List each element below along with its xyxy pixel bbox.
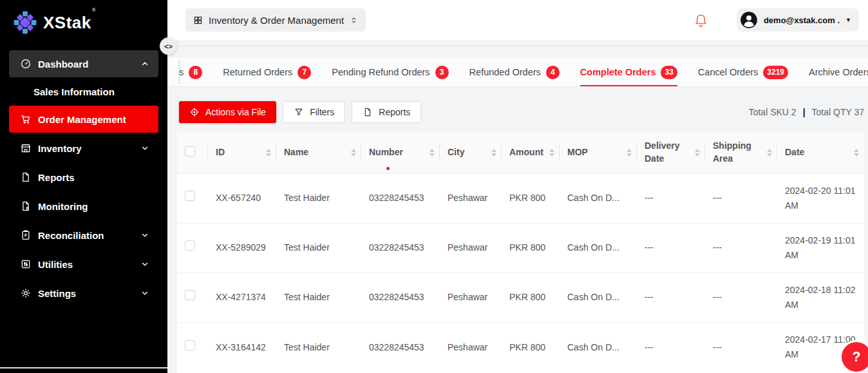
column-header-shipping-area[interactable]: Shipping Area: [705, 132, 777, 173]
toolbar-buttons: Actions via File Filters Reports: [179, 101, 421, 123]
actions-via-file-button[interactable]: Actions via File: [179, 101, 276, 123]
sort-icon[interactable]: [351, 149, 356, 157]
table-toolbar: Actions via File Filters Reports: [179, 101, 864, 123]
tab-pending-refund-orders[interactable]: Pending Refund Orders 3: [332, 58, 448, 86]
sidebar-item-label: Sales Information: [33, 86, 149, 97]
help-question-label: ?: [852, 349, 860, 365]
tab-archive-orders[interactable]: Archive Orders 14: [809, 58, 868, 86]
sidebar-item-reconciliation[interactable]: Reconciliation: [9, 222, 158, 249]
cell-shipping-area: ---: [705, 223, 777, 273]
row-checkbox[interactable]: [185, 340, 195, 350]
sidebar-item-sales-information[interactable]: Sales Information: [9, 79, 158, 104]
tab-label: Returned Orders: [223, 67, 292, 77]
tab-count-badge: 4: [546, 66, 560, 79]
chevron-down-icon: [140, 289, 149, 298]
tab-returned-orders[interactable]: Returned Orders 7: [223, 58, 311, 86]
cell-mop: Cash On D...: [560, 322, 637, 372]
cell-mop: Cash On D...: [560, 223, 637, 273]
total-qty: Total QTY 37: [812, 107, 864, 117]
sort-icon[interactable]: [491, 149, 496, 157]
column-header-amount[interactable]: Amount: [502, 132, 560, 173]
chevron-up-icon: [140, 59, 149, 68]
cell-name: Test Haider: [276, 173, 361, 223]
cell-number: 03228245453: [361, 173, 440, 223]
cart-icon: [20, 113, 32, 125]
cell-mop: Cash On D...: [560, 173, 637, 223]
sidebar-item-dashboard[interactable]: Dashboard: [9, 50, 158, 77]
registered-mark: ®: [92, 7, 96, 13]
filters-button[interactable]: Filters: [283, 101, 345, 123]
tab-label: Cancel Orders: [698, 67, 758, 77]
cell-select: [177, 273, 208, 322]
column-header-name[interactable]: Name: [276, 132, 361, 173]
tab-complete-orders[interactable]: Complete Orders 33: [580, 58, 677, 86]
order-tabs: s 8 Returned Orders 7 Pending Refund Ord…: [179, 58, 868, 86]
table-row[interactable]: XX-657240 Test Haider 03228245453 Peshaw…: [177, 173, 864, 223]
sidebar-item-label: Inventory: [38, 143, 134, 154]
dashboard-gauge-icon: [20, 58, 32, 70]
sort-icon[interactable]: [627, 149, 632, 157]
cell-date: 2024-02-18 11:02 AM: [777, 273, 864, 322]
tab-label: Pending Refund Orders: [332, 67, 429, 77]
cell-city: Peshawar: [440, 273, 502, 322]
column-header-city[interactable]: City: [440, 132, 502, 173]
row-checkbox[interactable]: [185, 191, 195, 201]
sidebar-item-inventory[interactable]: Inventory: [9, 135, 158, 162]
sidebar-item-monitoring[interactable]: Monitoring: [9, 193, 158, 220]
sort-icon[interactable]: [266, 149, 271, 157]
collapse-toggle-icon: <>: [164, 43, 173, 50]
sliders-icon: [20, 258, 32, 270]
column-header-number[interactable]: Number: [361, 132, 440, 173]
cell-id: XX-3164142: [208, 322, 276, 372]
tab-partial-orders[interactable]: s 8: [179, 58, 202, 86]
sort-icon[interactable]: [854, 149, 859, 157]
table-row[interactable]: XX-4271374 Test Haider 03228245453 Pesha…: [177, 273, 864, 322]
sidebar-item-settings[interactable]: Settings: [9, 280, 158, 307]
gear-icon: [20, 287, 32, 299]
sidebar-item-label: Reports: [38, 172, 149, 183]
sidebar-item-order-management[interactable]: Order Management: [9, 106, 158, 133]
sidebar: XStak® Dashboard Sales Information: [0, 0, 167, 373]
user-menu[interactable]: demo@xstak.com . ▼: [737, 8, 859, 32]
sidebar-item-utilities[interactable]: Utilities: [9, 251, 158, 278]
row-checkbox[interactable]: [185, 290, 195, 300]
sidebar-item-reports[interactable]: Reports: [9, 164, 158, 191]
app-switcher-button[interactable]: Inventory & Order Management: [185, 8, 366, 32]
cell-delivery-date: ---: [637, 322, 705, 372]
filters-label: Filters: [310, 107, 334, 117]
help-button[interactable]: ?: [840, 340, 868, 373]
select-all-checkbox[interactable]: [185, 146, 195, 157]
sidebar-collapse-toggle[interactable]: <>: [160, 37, 177, 55]
topbar: Inventory & Order Management: [167, 0, 868, 40]
sort-icon[interactable]: [695, 149, 700, 157]
column-header-id[interactable]: ID: [208, 132, 276, 173]
reports-button[interactable]: Reports: [352, 101, 421, 123]
sort-icon[interactable]: [767, 149, 772, 157]
notification-bell-icon[interactable]: [693, 13, 708, 28]
column-header-delivery-date[interactable]: Delivery Date: [637, 132, 705, 173]
sidebar-item-label: Settings: [38, 288, 134, 299]
brand: XStak®: [0, 0, 167, 35]
sidebar-nav: Dashboard Sales Information Order Manage…: [0, 50, 167, 307]
sort-icon[interactable]: [549, 149, 554, 157]
tab-count-badge: 7: [297, 66, 311, 79]
tab-label: Refunded Orders: [469, 67, 541, 77]
cell-number: 03228245453: [361, 223, 440, 273]
sort-icon[interactable]: [429, 149, 435, 157]
column-header-mop[interactable]: MOP: [560, 132, 637, 173]
table-row[interactable]: XX-3164142 Test Haider 03228245453 Pesha…: [177, 322, 864, 372]
tab-refunded-orders[interactable]: Refunded Orders 4: [469, 58, 560, 86]
cell-city: Peshawar: [440, 322, 502, 372]
number-column-indicator-dot: [386, 167, 390, 170]
cell-name: Test Haider: [276, 273, 361, 322]
column-header-date[interactable]: Date: [777, 132, 864, 173]
cell-shipping-area: ---: [705, 273, 777, 322]
sidebar-item-label: Monitoring: [38, 201, 149, 212]
tab-cancel-orders[interactable]: Cancel Orders 3219: [698, 58, 788, 86]
table-row[interactable]: XX-5289029 Test Haider 03228245453 Pesha…: [177, 223, 864, 273]
main-content: Inventory & Order Management: [167, 0, 868, 373]
crosshair-icon: [189, 107, 200, 117]
xstak-logo-icon: [13, 10, 37, 35]
updown-arrows-icon: [350, 16, 358, 24]
row-checkbox[interactable]: [185, 240, 195, 251]
